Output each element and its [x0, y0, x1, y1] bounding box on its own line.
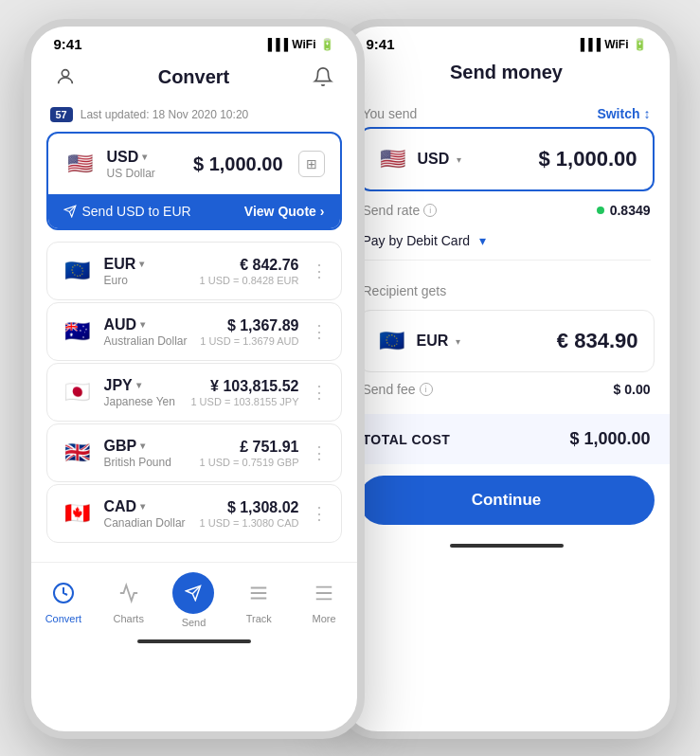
primary-currency-code[interactable]: USD ▾	[107, 149, 155, 166]
nav-more-label: More	[313, 613, 336, 624]
time-right: 9:41	[367, 36, 395, 52]
continue-button[interactable]: Continue	[359, 476, 655, 525]
jpy-name: Japanese Yen	[104, 395, 175, 408]
eur-more-icon[interactable]: ⋮	[311, 261, 328, 281]
send-rate-info-icon[interactable]: i	[423, 204, 437, 217]
from-currency-code: USD	[418, 151, 450, 168]
convert-nav-icon	[46, 576, 81, 610]
cad-code: CAD ▾	[104, 498, 186, 515]
update-bar: 57 Last updated: 18 Nov 2020 10:20	[31, 103, 357, 132]
bottom-nav: Convert Charts Send	[31, 562, 357, 632]
nav-item-send[interactable]: Send	[165, 572, 222, 628]
gbp-name: British Pound	[104, 456, 171, 469]
send-rate-row: Send rate i 0.8349	[344, 191, 670, 229]
wifi-icon: WiFi	[292, 38, 315, 51]
aud-info: AUD ▾ Australian Dollar	[104, 316, 188, 348]
charts-nav-icon	[112, 576, 146, 610]
pay-method-row[interactable]: Pay by Debit Card ▾	[344, 229, 670, 260]
primary-currency-card[interactable]: 🇺🇸 USD ▾ US Dollar $ 1,000.00 ⊞	[46, 132, 342, 230]
time-left: 9:41	[54, 36, 82, 52]
gbp-amount: £ 751.91	[200, 439, 299, 456]
header-left: Convert	[31, 58, 357, 103]
nav-item-more[interactable]: More	[296, 576, 352, 624]
aud-more-icon[interactable]: ⋮	[311, 321, 328, 342]
eur-name: Euro	[104, 274, 145, 287]
gbp-flag: 🇬🇧	[61, 436, 95, 470]
send-rate-value: 0.8349	[597, 203, 651, 218]
signal-icon-right: ▐▐▐	[577, 38, 601, 51]
you-send-section-header: You send Switch ↕	[344, 95, 670, 127]
eur-code: EUR ▾	[104, 256, 145, 273]
table-row[interactable]: 🇬🇧 GBP ▾ British Pound £ 751.91 1 USD =	[46, 423, 342, 482]
nav-item-convert[interactable]: Convert	[35, 576, 92, 624]
to-dropdown-arrow[interactable]: ▾	[456, 336, 460, 347]
switch-button[interactable]: Switch ↕	[597, 106, 650, 121]
gbp-left: 🇬🇧 GBP ▾ British Pound	[61, 436, 171, 470]
aud-rate-info: $ 1,367.89 1 USD = 1.3679 AUD	[200, 317, 298, 347]
bell-icon[interactable]	[308, 62, 338, 92]
to-currency-select[interactable]: 🇪🇺 EUR ▾	[375, 324, 461, 358]
send-fee-info-icon[interactable]: i	[420, 383, 433, 396]
send-label: Send USD to EUR	[63, 204, 191, 219]
from-amount: $ 1,000.00	[539, 147, 637, 171]
table-row[interactable]: 🇪🇺 EUR ▾ Euro € 842.76 1 USD =	[46, 242, 342, 300]
table-row[interactable]: 🇨🇦 CAD ▾ Canadian Dollar $ 1,308.02 1 US…	[46, 484, 342, 543]
home-indicator-right	[450, 544, 564, 548]
usd-flag: 🇺🇸	[63, 147, 98, 181]
svg-point-0	[62, 70, 68, 77]
recipient-gets-label: Recipient gets	[363, 283, 447, 298]
cad-more-icon[interactable]: ⋮	[311, 503, 328, 524]
total-cost-label: TOTAL COST	[363, 432, 451, 447]
track-nav-icon	[242, 576, 276, 610]
pay-method-label: Pay by Debit Card	[363, 233, 471, 248]
aud-code: AUD ▾	[104, 316, 188, 333]
primary-dropdown-arrow: ▾	[142, 152, 147, 162]
wifi-icon-right: WiFi	[604, 38, 628, 51]
calc-icon[interactable]: ⊞	[298, 151, 325, 177]
chevron-right-icon: ›	[320, 204, 325, 219]
receive-input-card: 🇪🇺 EUR ▾ € 834.90	[359, 310, 655, 372]
currency-list: 🇪🇺 EUR ▾ Euro € 842.76 1 USD =	[31, 234, 357, 550]
view-quote-btn[interactable]: View Quote ›	[244, 204, 325, 219]
user-icon[interactable]	[50, 62, 81, 92]
aud-amount: $ 1,367.89	[200, 317, 298, 334]
aud-flag: 🇦🇺	[61, 315, 95, 349]
jpy-rate: 1 USD = 103.8155 JPY	[190, 396, 298, 407]
eur-rate-info: € 842.76 1 USD = 0.8428 EUR	[200, 257, 299, 286]
cad-info: CAD ▾ Canadian Dollar	[104, 498, 186, 530]
eur-left: 🇪🇺 EUR ▾ Euro	[61, 254, 145, 288]
gbp-more-icon[interactable]: ⋮	[311, 442, 328, 463]
from-dropdown-arrow[interactable]: ▾	[457, 154, 461, 165]
gbp-code: GBP ▾	[104, 438, 171, 455]
cad-flag: 🇨🇦	[61, 496, 95, 531]
eur-amount: € 842.76	[200, 257, 299, 274]
pay-method-dropdown[interactable]: ▾	[479, 233, 486, 248]
jpy-info: JPY ▾ Japanese Yen	[104, 377, 175, 408]
cad-rate: 1 USD = 1.3080 CAD	[200, 517, 299, 529]
table-row[interactable]: 🇯🇵 JPY ▾ Japanese Yen ¥ 103,815.52 1 USD…	[46, 363, 342, 422]
from-currency-select[interactable]: 🇺🇸 USD ▾	[376, 142, 462, 176]
more-nav-icon	[307, 576, 341, 610]
primary-card-top: 🇺🇸 USD ▾ US Dollar $ 1,000.00 ⊞	[48, 134, 340, 194]
to-flag: 🇪🇺	[375, 324, 409, 358]
jpy-amount: ¥ 103,815.52	[190, 378, 298, 395]
status-bar-left: 9:41 ▐▐▐ WiFi 🔋	[31, 27, 357, 58]
page-title-left: Convert	[81, 66, 308, 88]
aud-name: Australian Dollar	[104, 334, 188, 348]
table-row[interactable]: 🇦🇺 AUD ▾ Australian Dollar $ 1,367.89 1 …	[46, 302, 342, 361]
status-icons-right: ▐▐▐ WiFi 🔋	[577, 38, 647, 51]
primary-currency-left: 🇺🇸 USD ▾ US Dollar	[63, 147, 155, 181]
cad-rate-info: $ 1,308.02 1 USD = 1.3080 CAD	[200, 499, 299, 529]
nav-item-track[interactable]: Track	[230, 576, 287, 624]
aud-left: 🇦🇺 AUD ▾ Australian Dollar	[61, 315, 188, 349]
total-cost-value: $ 1,000.00	[569, 429, 650, 449]
nav-item-charts[interactable]: Charts	[100, 576, 157, 624]
jpy-more-icon[interactable]: ⋮	[311, 382, 328, 403]
cad-amount: $ 1,308.02	[200, 499, 299, 516]
send-nav-btn[interactable]	[172, 572, 214, 614]
battery-icon-right: 🔋	[633, 38, 647, 51]
jpy-left: 🇯🇵 JPY ▾ Japanese Yen	[61, 375, 175, 409]
home-indicator	[137, 639, 251, 643]
gbp-rate: 1 USD = 0.7519 GBP	[200, 457, 299, 468]
send-input-card[interactable]: 🇺🇸 USD ▾ $ 1,000.00	[359, 127, 655, 191]
